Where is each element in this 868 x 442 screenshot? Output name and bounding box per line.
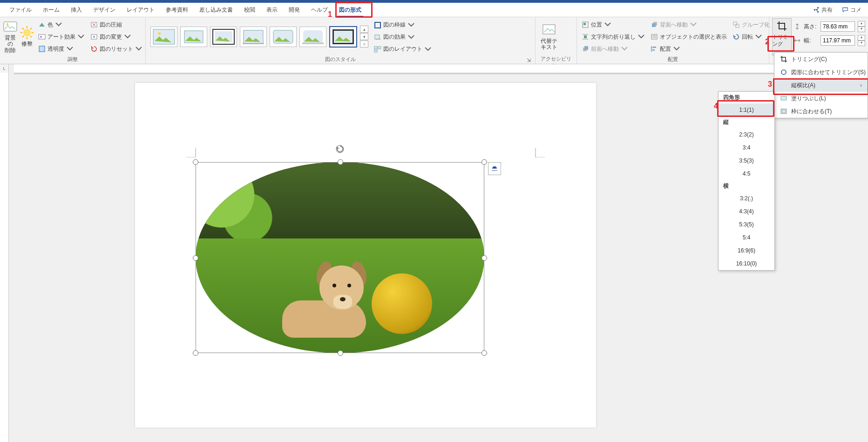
alt-text-label: 代替テ キスト [541,38,557,50]
svg-rect-56 [736,24,739,27]
send-backward-button[interactable]: 背面へ移動 [649,19,729,30]
picture-styles-gallery[interactable]: ▴▾▿ [149,23,370,50]
height-input[interactable] [821,21,855,32]
selection-pane-button[interactable]: オブジェクトの選択と表示 [649,31,729,42]
aspect-portrait-header: 縦 [719,116,774,128]
crop-button[interactable]: トリミング [772,18,792,55]
tab-layout[interactable]: レイアウト [121,3,160,17]
layout-options-button[interactable] [488,162,501,175]
height-label: 高さ: [804,23,818,31]
aspect-4-3[interactable]: 4:3(4) [719,205,774,218]
aspect-2-3-label: 2:3(2) [739,131,753,138]
share-label: 共有 [821,6,833,14]
style-thumb-6[interactable] [299,27,326,47]
aspect-5-3-label: 5:3(5) [739,221,753,228]
picture-effects-button[interactable]: 図の効果 [372,32,434,43]
styles-dialog-launcher[interactable]: ⇲ [526,57,531,63]
resize-handle-ne[interactable] [481,159,487,165]
gallery-scroll[interactable]: ▴▾▿ [360,26,368,48]
resize-handle-se[interactable] [481,350,487,356]
rotate-handle[interactable] [335,144,345,154]
style-thumb-5[interactable] [270,27,297,47]
style-thumb-4[interactable] [240,27,267,47]
tab-developer[interactable]: 開発 [283,3,305,17]
tab-insert[interactable]: 挿入 [65,3,88,17]
svg-rect-53 [652,47,656,48]
style-thumb-1[interactable] [150,27,177,47]
remove-background-button[interactable]: 背景の 削除 [3,18,18,54]
crop-dropdown-menu: トリミング(C) 図形に合わせてトリミング(S)› 縦横比(A)› 塗りつぶし(… [774,52,868,118]
svg-point-1 [817,11,819,13]
resize-handle-n[interactable] [338,159,343,165]
tab-home[interactable]: ホーム [37,3,65,17]
tab-picture-format[interactable]: 図の形式 [333,3,367,17]
aspect-2-3[interactable]: 2:3(2) [719,128,774,141]
width-spinner[interactable]: ▴▾ [858,35,865,46]
svg-rect-41 [583,23,586,25]
svg-line-12 [22,36,24,37]
change-picture-button[interactable]: 図の変更 [88,31,144,42]
wrap-text-button[interactable]: 文字列の折り返し [580,31,647,42]
menu-fit[interactable]: 枠に合わせる(T) [774,105,868,118]
remove-background-label: 背景の 削除 [3,35,18,54]
menu-aspect-label: 縦横比(A) [791,82,815,89]
svg-rect-38 [374,50,377,52]
ribbon-tabs: ファイル ホーム 挿入 デザイン レイアウト 参考資料 差し込み文書 校閲 表示… [0,3,868,17]
bring-forward-button[interactable]: 前面へ移動 [580,43,647,54]
selected-picture[interactable] [196,162,484,353]
style-thumb-7[interactable] [329,26,357,48]
menu-fill[interactable]: 塗りつぶし(L) [774,92,868,105]
resize-handle-s[interactable] [338,350,343,356]
alt-text-button[interactable]: 代替テ キスト [538,18,560,54]
position-button[interactable]: 位置 [580,19,647,30]
tab-references[interactable]: 参考資料 [160,3,194,17]
chevron-right-icon: › [860,82,862,88]
aspect-16-9[interactable]: 16:9(6) [719,244,774,257]
callout-1: 1 [328,10,332,19]
aspect-3-5[interactable]: 3:5(3) [719,154,774,167]
tab-design[interactable]: デザイン [88,3,121,17]
tab-view[interactable]: 表示 [261,3,283,17]
aspect-4-5[interactable]: 4:5 [719,167,774,180]
color-button[interactable]: 色 [36,19,87,30]
style-thumb-2[interactable] [180,27,207,47]
aspect-3-4[interactable]: 3:4 [719,141,774,154]
aspect-1-1[interactable]: 1:1(1) [719,103,774,116]
align-button[interactable]: 配置 [649,43,729,54]
tab-review[interactable]: 校閲 [238,3,261,17]
picture-border-button[interactable]: 図の枠線 [372,20,434,31]
resize-handle-sw[interactable] [193,350,198,356]
svg-point-57 [781,70,786,75]
width-input[interactable] [821,35,855,46]
ribbon: 背景の 削除 修整 色 アート効果 透明度 図の圧縮 図の変更 図のリセット 調… [0,17,868,64]
resize-handle-e[interactable] [481,255,487,261]
reset-picture-button[interactable]: 図のリセット [88,43,144,54]
comments-button[interactable]: コメ [839,4,864,16]
menu-crop[interactable]: トリミング(C) [774,53,868,66]
corrections-button[interactable]: 修整 [20,18,34,54]
resize-handle-w[interactable] [193,255,198,261]
svg-point-5 [23,29,31,36]
transparency-button[interactable]: 透明度 [36,43,87,54]
share-button[interactable]: 共有 [810,4,835,16]
compress-pictures-button[interactable]: 図の圧縮 [88,19,144,30]
tab-file[interactable]: ファイル [4,3,37,17]
aspect-3-2-label: 3:2(.) [740,195,753,202]
callout-2: 2 [765,38,769,46]
artistic-effects-button[interactable]: アート効果 [36,31,87,42]
ruler-corner: L [0,64,9,73]
aspect-16-10[interactable]: 16:10(0) [719,257,774,270]
tab-mailings[interactable]: 差し込み文書 [194,3,238,17]
aspect-5-3[interactable]: 5:3(5) [719,218,774,231]
picture-layout-button[interactable]: 図のレイアウト [372,44,434,55]
aspect-5-4[interactable]: 5:4 [719,231,774,244]
aspect-3-5-label: 3:5(3) [739,157,753,164]
style-thumb-3[interactable] [210,27,237,47]
menu-fill-label: 塗りつぶし(L) [791,95,826,102]
aspect-ratio-submenu: 四角形 1:1(1) 縦 2:3(2) 3:4 3:5(3) 4:5 横 3:2… [718,91,775,271]
resize-handle-nw[interactable] [193,159,198,165]
menu-crop-to-shape[interactable]: 図形に合わせてトリミング(S)› [774,66,868,79]
height-spinner[interactable]: ▴▾ [858,21,865,32]
menu-aspect-ratio[interactable]: 縦横比(A)› [774,79,868,92]
aspect-3-2[interactable]: 3:2(.) [719,192,774,205]
